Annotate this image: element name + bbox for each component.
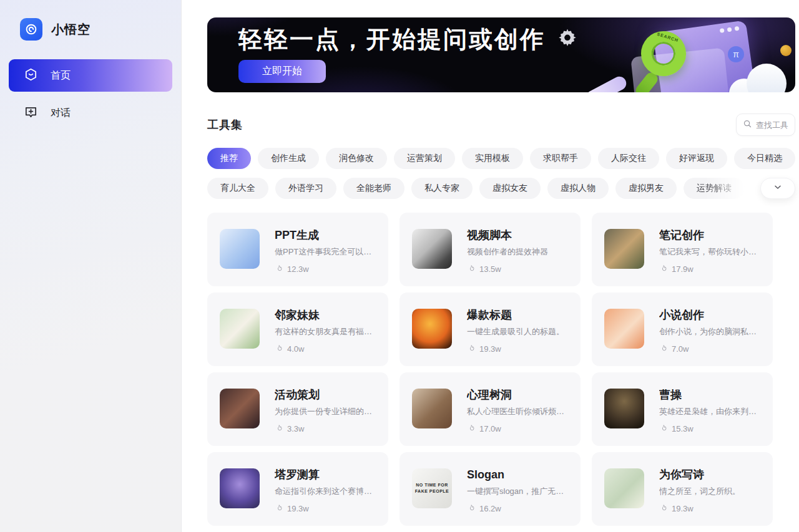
home-hexagon-icon (24, 67, 38, 84)
tool-card-grid: PPT生成 做PPT这件事我完全可以代劳。 12.3w 视频脚本 视频创作者的提… (207, 213, 795, 526)
filter-pill[interactable]: 求职帮手 (530, 148, 591, 169)
tool-card-hot-title[interactable]: 爆款标题 一键生成最吸引人的标题。 19.3w (400, 293, 581, 366)
flame-icon (275, 504, 283, 513)
chevron-down-icon (773, 182, 783, 195)
tool-search-box[interactable] (736, 114, 795, 136)
tool-title: 塔罗测算 (275, 468, 377, 481)
promo-banner[interactable]: SEARCH π 轻轻一点，开始提问或创作 立即开始 (207, 17, 795, 92)
tool-description: 创作小说，为你的脑洞私人订制… (659, 326, 762, 337)
tool-thumbnail (604, 468, 644, 508)
app-logo-icon (20, 18, 42, 41)
thumbnail-text: NO TIME FOR FAKE PEOPLE (412, 482, 452, 495)
usage-count: 3.3w (287, 424, 304, 433)
tool-title: 小说创作 (659, 309, 762, 322)
tool-title: 活动策划 (275, 389, 377, 402)
tool-description: 为你提供一份专业详细的策划方… (275, 406, 377, 417)
filter-pill[interactable]: 人际交往 (598, 148, 659, 169)
filter-row-1: 推荐 创作生成 润色修改 运营策划 实用模板 求职帮手 人际交往 好评返现 今日… (207, 148, 795, 169)
filter-row-2: 育儿大全 外语学习 全能老师 私人专家 虚拟女友 虚拟人物 虚拟男友 运势解读 (207, 178, 795, 199)
search-input[interactable] (756, 120, 792, 130)
filter-pill[interactable]: 外语学习 (275, 178, 336, 199)
usage-count: 17.9w (672, 264, 694, 274)
tool-card-novel-writing[interactable]: 小说创作 创作小说，为你的脑洞私人订制… 7.0w (592, 293, 773, 366)
tool-card-note-writing[interactable]: 笔记创作 笔记我来写，帮你玩转小红书。 17.9w (592, 213, 773, 286)
filter-pill[interactable]: 好评返现 (666, 148, 727, 169)
filter-pill[interactable]: 运势解读 (684, 178, 745, 199)
filter-pill-recommended[interactable]: 推荐 (207, 148, 251, 169)
tool-title: 笔记创作 (659, 229, 762, 242)
usage-count: 15.3w (672, 424, 694, 433)
usage-count: 19.3w (672, 504, 694, 513)
section-title-toolset: 工具集 (207, 117, 243, 132)
tool-title: 心理树洞 (467, 389, 569, 402)
tool-card-video-script[interactable]: 视频脚本 视频创作者的提效神器 13.5w (400, 213, 581, 286)
tool-thumbnail (220, 468, 260, 508)
flame-icon (467, 264, 476, 273)
expand-filters-button[interactable] (760, 178, 795, 199)
tool-thumbnail (604, 309, 644, 349)
gear-icon (557, 27, 578, 51)
tool-thumbnail (220, 229, 260, 269)
start-now-button[interactable]: 立即开始 (238, 60, 326, 83)
tool-title: 视频脚本 (467, 229, 548, 242)
sidebar-item-chat[interactable]: 对话 (9, 97, 172, 129)
main-content: SEARCH π 轻轻一点，开始提问或创作 立即开始 (182, 0, 799, 532)
tool-description: 一键生成最吸引人的标题。 (467, 326, 564, 337)
flame-icon (659, 504, 668, 513)
filter-pill[interactable]: 全能老师 (343, 178, 404, 199)
sidebar-item-label: 对话 (51, 107, 71, 120)
flame-icon (659, 264, 668, 273)
filter-pill[interactable]: 实用模板 (462, 148, 523, 169)
flame-icon (275, 424, 283, 433)
tool-description: 笔记我来写，帮你玩转小红书。 (659, 246, 762, 258)
search-icon (743, 119, 752, 131)
filter-pill[interactable]: 虚拟女友 (479, 178, 541, 199)
tool-card-ppt[interactable]: PPT生成 做PPT这件事我完全可以代劳。 12.3w (207, 213, 388, 286)
tool-thumbnail (412, 229, 452, 269)
filter-pill[interactable]: 私人专家 (411, 178, 473, 199)
tool-card-event-planning[interactable]: 活动策划 为你提供一份专业详细的策划方… 3.3w (207, 372, 388, 446)
flame-icon (275, 264, 283, 273)
tool-card-slogan[interactable]: NO TIME FOR FAKE PEOPLE Slogan 一键撰写sloga… (400, 452, 581, 526)
flame-icon (467, 424, 476, 433)
usage-count: 19.3w (287, 504, 309, 513)
tool-description: 视频创作者的提效神器 (467, 246, 548, 258)
filter-pill[interactable]: 今日精选 (734, 148, 795, 169)
tool-description: 命运指引你来到这个赛博塔罗屋。 (275, 486, 377, 497)
tool-title: 爆款标题 (467, 309, 564, 322)
tool-description: 英雄还是枭雄，由你来判断。 (659, 406, 762, 417)
tool-thumbnail: NO TIME FOR FAKE PEOPLE (412, 468, 452, 508)
usage-count: 16.2w (479, 504, 501, 513)
sidebar-item-home[interactable]: 首页 (9, 59, 172, 92)
flame-icon (659, 344, 668, 353)
tool-title: 邻家妹妹 (275, 309, 377, 322)
tool-description: 做PPT这件事我完全可以代劳。 (275, 246, 377, 258)
filter-pill[interactable]: 创作生成 (258, 148, 319, 169)
filter-pill[interactable]: 润色修改 (326, 148, 387, 169)
sidebar-item-label: 首页 (51, 69, 71, 82)
tool-card-write-poem[interactable]: 为你写诗 情之所至，词之所织。 19.3w (592, 452, 773, 526)
banner-headline: 轻轻一点，开始提问或创作 (238, 27, 546, 51)
tool-title: Slogan (467, 468, 569, 481)
tool-card-psychology-tree-hole[interactable]: 心理树洞 私人心理医生听你倾诉烦恼，回… 17.0w (400, 372, 581, 446)
tool-card-tarot[interactable]: 塔罗测算 命运指引你来到这个赛博塔罗屋。 19.3w (207, 452, 388, 526)
tool-description: 私人心理医生听你倾诉烦恼，回… (467, 406, 569, 417)
sidebar: 小悟空 首页 对话 (0, 0, 182, 532)
filter-pill[interactable]: 虚拟男友 (615, 178, 677, 199)
usage-count: 4.0w (287, 344, 304, 354)
tool-thumbnail (604, 229, 644, 269)
flame-icon (659, 424, 668, 433)
tool-card-caocao[interactable]: 曹操 英雄还是枭雄，由你来判断。 15.3w (592, 372, 773, 446)
filter-pill[interactable]: 运营策划 (394, 148, 455, 169)
tool-thumbnail (220, 389, 260, 428)
usage-count: 17.0w (479, 424, 501, 433)
filter-pill[interactable]: 虚拟人物 (547, 178, 609, 199)
filter-pill[interactable]: 育儿大全 (207, 178, 268, 199)
tool-card-girl-next-door[interactable]: 邻家妹妹 有这样的女朋友真是有福气呀~ 4.0w (207, 293, 388, 366)
tool-title: 为你写诗 (659, 468, 740, 481)
usage-count: 19.3w (479, 344, 501, 354)
tool-title: PPT生成 (275, 229, 377, 242)
tool-thumbnail (604, 389, 644, 428)
tool-title: 曹操 (659, 389, 762, 402)
tool-thumbnail (412, 389, 452, 428)
